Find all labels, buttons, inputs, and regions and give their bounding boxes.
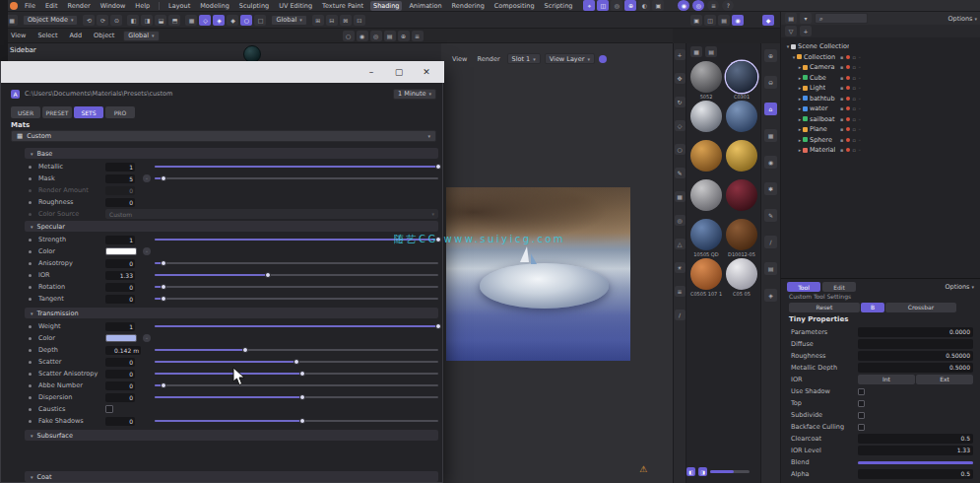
edit-icon[interactable]: ✎ [764, 209, 777, 222]
prop-value[interactable]: 0.50000 [858, 351, 973, 361]
move-icon[interactable]: ✥ [675, 73, 686, 84]
render-visibility-dot[interactable] [846, 148, 850, 152]
options-menu-icon[interactable]: ≡ [707, 0, 719, 11]
options-icon[interactable]: ≡ [412, 31, 424, 41]
param-value[interactable]: 0 [105, 358, 135, 367]
select-toggle-icon[interactable]: ▪ [840, 96, 843, 102]
gem-icon[interactable]: ◈ [764, 289, 777, 302]
segment-crossbar[interactable]: Crossbar [885, 303, 956, 312]
zoom-out-icon[interactable]: ⊖ [764, 76, 777, 89]
render-menu-render[interactable]: Render [474, 54, 502, 64]
rotate-icon[interactable]: ↻ [675, 97, 686, 107]
render-visibility-dot[interactable] [846, 86, 850, 90]
viewport-menu-object[interactable]: Object [91, 31, 117, 40]
param-slider[interactable] [155, 373, 438, 375]
select-toggle-icon[interactable]: ▪ [840, 75, 843, 81]
param-value[interactable]: 1 [105, 236, 135, 244]
render-hide-icon[interactable]: ◦ [858, 64, 861, 70]
redo-icon[interactable]: ⟳ [97, 15, 108, 26]
magnet-snap-icon[interactable]: ⌖ [583, 0, 595, 11]
segment-b[interactable]: B [861, 303, 884, 312]
scale-icon[interactable]: ◇ [675, 120, 686, 131]
outliner-row[interactable]: ▸Material▪▫◦ [781, 145, 980, 155]
outliner-editor-icon[interactable]: ▤ [785, 13, 797, 24]
param-value[interactable]: 1 [105, 163, 135, 172]
shading-material-icon[interactable]: ◉ [357, 31, 368, 41]
param-slider[interactable] [155, 286, 438, 288]
render-hide-icon[interactable]: ◦ [858, 54, 861, 60]
outliner-row[interactable]: ▸bathtub▪▫◦ [781, 94, 980, 104]
viewport-hide-icon[interactable]: ▫ [852, 105, 855, 111]
render-viewport[interactable]: ViewRenderSlot 1▾View Layer▾ [441, 43, 673, 483]
pivot-icon[interactable]: ⊞ [312, 15, 324, 26]
material-thumb-item-4[interactable] [690, 140, 722, 172]
menu-window[interactable]: Window [98, 1, 129, 11]
measure-tool-icon[interactable]: ⊡ [354, 15, 365, 26]
render-visibility-dot[interactable] [846, 76, 850, 80]
proportional-edit-icon[interactable]: ◎ [611, 0, 622, 11]
pin-window-icon[interactable]: ◉ [732, 15, 744, 26]
prop-checkbox[interactable] [858, 412, 865, 419]
param-value[interactable]: 0 [105, 259, 135, 268]
param-value[interactable]: 0 [105, 295, 135, 304]
select-toggle-icon[interactable]: ▪ [840, 105, 843, 111]
zoom-in-icon[interactable]: ⊕ [764, 49, 777, 62]
slash-icon[interactable]: / [675, 310, 686, 320]
new-collection-icon[interactable]: + [800, 26, 812, 36]
param-value[interactable]: 0.142 m [105, 346, 141, 355]
section-header-specular[interactable]: ▾Specular [25, 221, 438, 232]
viewport-menu-add[interactable]: Add [67, 31, 86, 40]
snap-edge-icon[interactable]: ◈ [213, 15, 225, 26]
material-thumb-item-5[interactable] [726, 140, 757, 172]
workspace-tab-animation[interactable]: Animation [406, 1, 444, 11]
prop-value[interactable]: 0.0000 [858, 327, 973, 337]
dialog-tab-pro[interactable]: PRO [105, 106, 135, 118]
param-value[interactable]: 0 [105, 283, 135, 292]
outliner-search-input[interactable]: ⌕ [815, 13, 868, 24]
list-icon[interactable]: ≡ [675, 286, 686, 297]
select-toggle-icon[interactable]: ▪ [840, 54, 843, 60]
param-value[interactable]: 1 [105, 322, 135, 331]
add-cube-icon[interactable]: ◎ [675, 215, 686, 226]
slider-handle[interactable] [161, 260, 166, 266]
mirror-icon[interactable]: ⊠ [340, 15, 352, 26]
filter-icon[interactable]: ▽ [785, 26, 797, 36]
shading-solid-icon[interactable]: ○ [343, 31, 355, 41]
select-all-icon[interactable]: ⬒ [168, 15, 180, 26]
color-swatch[interactable] [105, 247, 137, 255]
pin-icon[interactable] [599, 55, 607, 63]
prop-checkbox[interactable] [858, 388, 865, 395]
display-mode-icon[interactable]: ▾ [800, 13, 812, 24]
render-hide-icon[interactable]: ◦ [858, 116, 861, 122]
render-menu-view[interactable]: View [449, 54, 470, 64]
gizmo-icon[interactable]: ⊕ [624, 0, 636, 11]
material-thumb-item-6[interactable] [690, 179, 722, 211]
split-view-icon[interactable]: ◫ [704, 15, 716, 26]
param-value[interactable]: 0 [105, 393, 135, 402]
orientation-dropdown[interactable]: Global▾ [271, 15, 306, 26]
render-hide-icon[interactable]: ◦ [858, 96, 861, 102]
material-thumb-10505 QD[interactable] [690, 219, 722, 250]
outliner-row[interactable]: ▸water▪▫◦ [781, 104, 980, 113]
select-toggle-icon[interactable]: ▪ [840, 116, 843, 122]
mode-dropdown[interactable]: Object Mode▾ [23, 15, 78, 26]
section-header-coat[interactable]: ▾Coat [25, 471, 438, 482]
undo-icon[interactable]: ⟲ [83, 15, 95, 26]
toggle-left-icon[interactable]: ◧ [686, 467, 695, 476]
render-hide-icon[interactable]: ◦ [858, 137, 861, 143]
render-hide-icon[interactable]: ◦ [858, 147, 861, 153]
render-visibility-dot[interactable] [846, 117, 850, 121]
prop-checkbox[interactable] [858, 400, 865, 407]
view-layer-dropdown[interactable]: View Layer▾ [545, 53, 595, 64]
param-value[interactable]: 0 [105, 381, 135, 390]
param-slider[interactable] [155, 361, 438, 363]
layers-icon[interactable]: ▤ [764, 262, 777, 275]
param-value[interactable]: 0 [105, 198, 135, 207]
workspace-tab-uv-editing[interactable]: UV Editing [276, 1, 315, 11]
transform-icon[interactable]: ○ [675, 144, 686, 155]
close-button[interactable]: ✕ [421, 67, 432, 77]
workspace-tab-scripting[interactable]: Scripting [542, 1, 576, 11]
param-slider[interactable] [155, 349, 438, 351]
camera-view-icon[interactable]: ◎ [692, 0, 704, 11]
render-hide-icon[interactable]: ◦ [858, 85, 861, 91]
